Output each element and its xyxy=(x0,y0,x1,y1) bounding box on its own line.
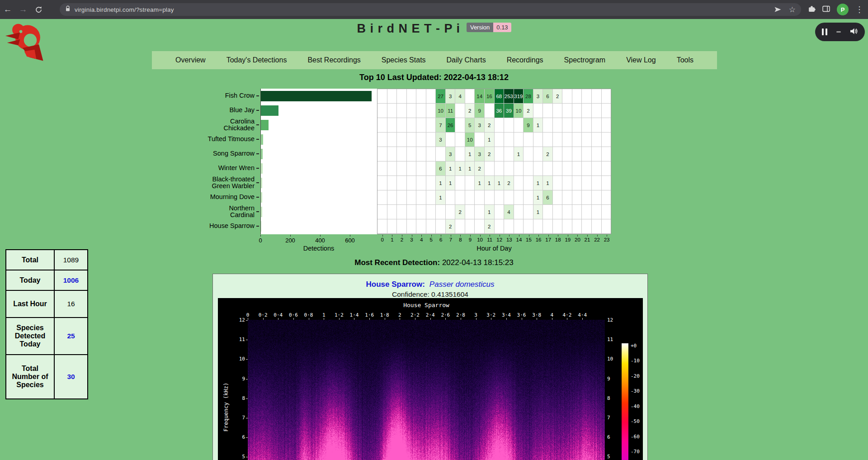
heatmap-cell: 36 xyxy=(495,104,505,118)
heatmap-cell xyxy=(446,190,456,205)
version-number-badge: 0.13 xyxy=(493,23,511,32)
hour-axis-tick: 11 xyxy=(487,237,492,242)
heatmap-cell xyxy=(465,205,475,219)
back-icon[interactable]: ← xyxy=(0,0,15,19)
heatmap-cell xyxy=(407,205,417,219)
time-axis-tickmark xyxy=(309,318,309,320)
hour-axis-tickmark xyxy=(538,235,539,237)
heatmap-cell: 2 xyxy=(543,147,553,161)
stat-value-link[interactable]: 25 xyxy=(54,318,88,355)
heatmap-cell: 7 xyxy=(436,118,446,133)
header: B i r d N E T - P iVersion0.13 xyxy=(0,22,868,36)
heatmap-cell xyxy=(397,133,407,147)
heatmap-cell: 6 xyxy=(543,190,553,205)
time-axis-tickmark xyxy=(369,318,370,320)
heatmap-cell xyxy=(377,190,387,205)
freq-axis-tick-right: 11 xyxy=(607,337,621,342)
time-axis-tick: 4·2 xyxy=(563,312,572,318)
heatmap-cell xyxy=(514,205,524,219)
nav-item-view-log[interactable]: View Log xyxy=(626,56,656,64)
address-bar[interactable]: virginia.birdnetpi.com/?stream=play ☆ xyxy=(60,3,801,16)
hour-axis-tickmark xyxy=(470,235,471,237)
hour-axis-tick: 14 xyxy=(516,237,522,242)
nav-item-recordings[interactable]: Recordings xyxy=(507,56,543,64)
heatmap-cell xyxy=(572,118,582,133)
heatmap-cell xyxy=(582,118,592,133)
heatmap-cell xyxy=(592,205,602,219)
heatmap-cell xyxy=(495,161,505,176)
heatmap-cell: 2 xyxy=(485,147,495,161)
hour-axis-tickmark xyxy=(548,235,549,237)
hour-axis-tick: 12 xyxy=(496,237,502,242)
stat-value-link[interactable]: 30 xyxy=(54,355,88,399)
hour-axis-tickmark xyxy=(382,235,383,237)
heatmap-cell xyxy=(562,161,572,176)
profile-avatar[interactable]: P xyxy=(837,4,849,15)
send-icon[interactable] xyxy=(774,6,782,13)
extensions-icon[interactable] xyxy=(808,5,816,14)
heatmap-cell xyxy=(553,205,563,219)
top10-heading: Top 10 Last Updated: 2022-04-13 18:12 xyxy=(0,73,868,82)
heatmap-cell xyxy=(572,89,582,104)
freq-axis-tickmark xyxy=(246,340,248,340)
heatmap-cell xyxy=(592,118,602,133)
heatmap-cell: 1 xyxy=(533,190,543,205)
stat-value-link[interactable]: 1006 xyxy=(54,270,88,290)
hour-axis-tick: 6 xyxy=(439,237,442,242)
heatmap-cell xyxy=(582,176,592,190)
heatmap-cell xyxy=(533,161,543,176)
heatmap-cell: 2 xyxy=(485,118,495,133)
db-axis-tick: -40 xyxy=(631,403,640,409)
pause-icon[interactable] xyxy=(822,28,827,35)
bookmark-star-icon[interactable]: ☆ xyxy=(789,6,796,14)
time-axis-tick: 2·2 xyxy=(410,312,420,318)
heatmap-cell: 10 xyxy=(436,104,446,118)
nav-item-tools[interactable]: Tools xyxy=(677,56,693,64)
heatmap-cell: 1 xyxy=(533,118,543,133)
forward-icon[interactable]: → xyxy=(15,0,31,19)
heatmap-cell xyxy=(426,133,436,147)
time-axis-tickmark xyxy=(415,318,415,320)
heatmap-cell: 68 xyxy=(495,89,505,104)
time-axis-tick: 3·2 xyxy=(486,312,495,318)
side-panel-icon[interactable] xyxy=(822,5,830,14)
kebab-menu-icon[interactable]: ⋮ xyxy=(855,5,863,14)
hour-axis-tickmark xyxy=(519,235,519,237)
seek-handle[interactable] xyxy=(836,31,841,33)
heatmap-cell xyxy=(397,205,407,219)
db-axis-tick: -50 xyxy=(631,418,640,424)
heatmap-cell xyxy=(533,219,543,234)
freq-axis-tick-left: 8 xyxy=(231,395,245,401)
heatmap-cell xyxy=(387,147,397,161)
volume-icon[interactable] xyxy=(850,28,858,37)
species-labels-column: Fish CrowBlue JayCarolina ChickadeeTufte… xyxy=(154,89,260,234)
nav-item-species-stats[interactable]: Species Stats xyxy=(382,56,426,64)
time-axis-tick: 3·8 xyxy=(532,312,541,318)
stat-label: Total Number of Species xyxy=(6,355,54,399)
species-scientific-name[interactable]: Passer domesticus xyxy=(429,280,495,289)
hour-axis-tick: 4 xyxy=(420,237,423,242)
heatmap-cell xyxy=(553,161,563,176)
heatmap-cell xyxy=(592,104,602,118)
freq-axis-tick-right: 6 xyxy=(607,434,621,440)
refresh-icon[interactable] xyxy=(31,0,46,19)
chart-x-axis: 0200400600012345678910111213141516171819… xyxy=(154,235,611,245)
nav-item-today-s-detections[interactable]: Today's Detections xyxy=(226,56,287,64)
detection-species-line: House Sparrow:Passer domesticus xyxy=(213,280,647,289)
hour-axis-tick: 20 xyxy=(575,237,580,242)
nav-item-daily-charts[interactable]: Daily Charts xyxy=(447,56,486,64)
heatmap-cell xyxy=(524,176,533,190)
heatmap-cell xyxy=(562,104,572,118)
heatmap-cell xyxy=(387,118,397,133)
heatmap-cell: 1 xyxy=(543,176,553,190)
nav-item-overview[interactable]: Overview xyxy=(175,56,206,64)
heatmap-cell xyxy=(543,205,553,219)
heatmap-cell xyxy=(602,147,611,161)
heatmap-cell xyxy=(602,89,611,104)
heatmap-cell xyxy=(377,219,387,234)
heatmap-cell xyxy=(495,147,505,161)
species-common-name[interactable]: House Sparrow: xyxy=(366,280,425,289)
nav-item-best-recordings[interactable]: Best Recordings xyxy=(307,56,360,64)
species-bar xyxy=(261,221,261,232)
nav-item-spectrogram[interactable]: Spectrogram xyxy=(564,56,606,64)
